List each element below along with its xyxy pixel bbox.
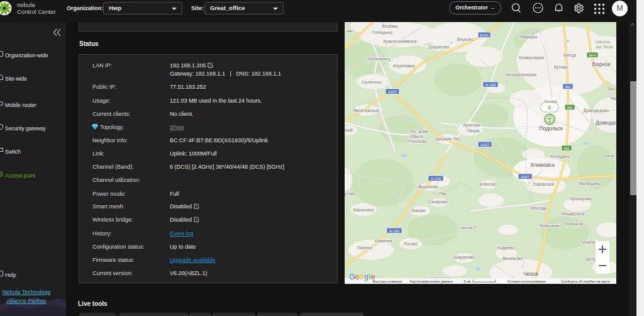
svg-text:Шарапово: Шарапово bbox=[453, 255, 474, 260]
svg-text:Коледино: Коледино bbox=[550, 154, 570, 159]
svg-text:ский: ский bbox=[345, 128, 353, 132]
svg-text:Воскресенское: Воскресенское bbox=[506, 72, 537, 77]
svg-text:Красная: Красная bbox=[464, 123, 480, 128]
svg-text:Лен: Лен bbox=[608, 87, 615, 91]
svg-text:o: o bbox=[355, 273, 359, 281]
svg-text:А-130: А-130 bbox=[486, 83, 496, 87]
svg-text:o: o bbox=[360, 273, 364, 281]
svg-text:Мачихино: Мачихино bbox=[353, 208, 374, 212]
svg-text:А107: А107 bbox=[521, 175, 530, 179]
svg-text:Добр: Добр bbox=[586, 257, 597, 262]
svg-text:Мещерское: Мещерское bbox=[561, 212, 585, 217]
svg-text:Внуково: Внуково bbox=[457, 37, 474, 42]
svg-text:сана: сана bbox=[604, 154, 613, 158]
svg-text:Шарапово: Шарапово bbox=[428, 45, 449, 50]
svg-text:Климовск: Климовск bbox=[531, 162, 555, 168]
svg-text:Шишкин Лес: Шишкин Лес bbox=[435, 137, 461, 141]
svg-text:Голицыно: Голицыно bbox=[372, 30, 392, 35]
svg-text:отдыха: отдыха bbox=[409, 134, 423, 139]
svg-text:Прохорово: Прохорово bbox=[569, 196, 591, 201]
svg-text:g: g bbox=[364, 273, 369, 281]
svg-text:Вязёмы: Вязёмы bbox=[382, 24, 397, 28]
svg-text:M-4: M-4 bbox=[589, 54, 596, 57]
svg-text:M2: M2 bbox=[564, 147, 570, 150]
svg-text:Венюково: Венюково bbox=[502, 256, 523, 261]
svg-text:Троицкое: Троицкое bbox=[564, 222, 584, 227]
svg-text:Рогово: Рогово bbox=[404, 242, 418, 246]
svg-text:Кленово: Кленово bbox=[479, 182, 496, 186]
svg-text:l: l bbox=[369, 273, 371, 281]
svg-text:M2: M2 bbox=[565, 85, 571, 89]
svg-text:Сахарово: Сахарово bbox=[428, 200, 448, 205]
svg-text:Быстрые клавиши: Быстрые клавиши bbox=[373, 279, 402, 283]
svg-text:Папино: Папино bbox=[357, 245, 372, 250]
svg-text:цы: цы bbox=[347, 28, 353, 33]
svg-text:Лмс: Лмс bbox=[439, 191, 447, 196]
svg-text:Плесково: Плесково bbox=[409, 139, 427, 144]
svg-text:Яковлевское: Яковлевское bbox=[353, 108, 379, 113]
svg-text:Бутово: Бутово bbox=[554, 65, 569, 70]
svg-text:Ям: Ям bbox=[611, 96, 616, 101]
svg-text:Каменка: Каменка bbox=[375, 239, 392, 243]
svg-text:Мамыры: Мамыры bbox=[519, 35, 538, 40]
svg-text:Коммунарка: Коммунарка bbox=[519, 55, 544, 60]
svg-text:Пахра: Пахра bbox=[467, 128, 479, 133]
svg-text:Любучаны: Любучаны bbox=[538, 223, 560, 229]
svg-text:Вороново: Вороново bbox=[418, 184, 438, 189]
svg-text:Калининец: Калининец bbox=[368, 57, 391, 62]
svg-text:Подольск: Подольск bbox=[539, 125, 563, 132]
svg-text:Видное: Видное bbox=[592, 61, 611, 67]
svg-text:e: e bbox=[371, 273, 375, 281]
svg-text:Апрелевка: Апрелевка bbox=[393, 64, 415, 69]
svg-text:Чехов-7: Чехов-7 bbox=[460, 225, 476, 230]
svg-text:Львовский: Львовский bbox=[533, 182, 554, 186]
svg-text:Сообщить об ошибке на карте: Сообщить об ошибке на карте bbox=[561, 279, 610, 283]
svg-text:G: G bbox=[349, 273, 355, 281]
svg-text:А-130: А-130 bbox=[431, 177, 441, 181]
svg-text:Условия использования: Условия использования bbox=[507, 279, 545, 283]
svg-text:Чехов: Чехов bbox=[523, 271, 538, 277]
svg-text:Львово: Львово bbox=[411, 208, 425, 213]
svg-text:Битца: Битца bbox=[564, 53, 576, 58]
svg-text:Ходаево: Ходаево bbox=[497, 245, 514, 251]
svg-text:А107: А107 bbox=[480, 143, 490, 147]
svg-text:огутово: огутово bbox=[345, 191, 355, 196]
svg-text:5 км: 5 км bbox=[464, 279, 471, 283]
svg-text:пос. дома: пос. дома bbox=[409, 129, 428, 134]
svg-text:им. Лени: им. Лени bbox=[596, 45, 613, 49]
svg-text:А107: А107 bbox=[388, 90, 397, 94]
svg-text:Картографические данные: Картографические данные bbox=[410, 279, 453, 283]
svg-text:Селятино: Селятино bbox=[362, 80, 382, 84]
svg-text:E101: E101 bbox=[480, 33, 489, 37]
svg-text:Домоде: Домоде bbox=[596, 120, 616, 126]
svg-text:Молоди: Молоди bbox=[531, 206, 547, 211]
svg-text:Домодедово: Домодедово bbox=[584, 108, 609, 113]
svg-text:Краснознаменск: Краснознаменск bbox=[383, 39, 417, 44]
svg-text:0: 0 bbox=[548, 104, 551, 111]
svg-text:Талалих: Талалих bbox=[580, 240, 597, 244]
svg-text:Валищево: Валищево bbox=[579, 181, 601, 186]
svg-text:А-130: А-130 bbox=[389, 229, 400, 233]
svg-text:совхоза: совхоза bbox=[595, 40, 610, 44]
svg-text:M2: M2 bbox=[567, 106, 573, 110]
